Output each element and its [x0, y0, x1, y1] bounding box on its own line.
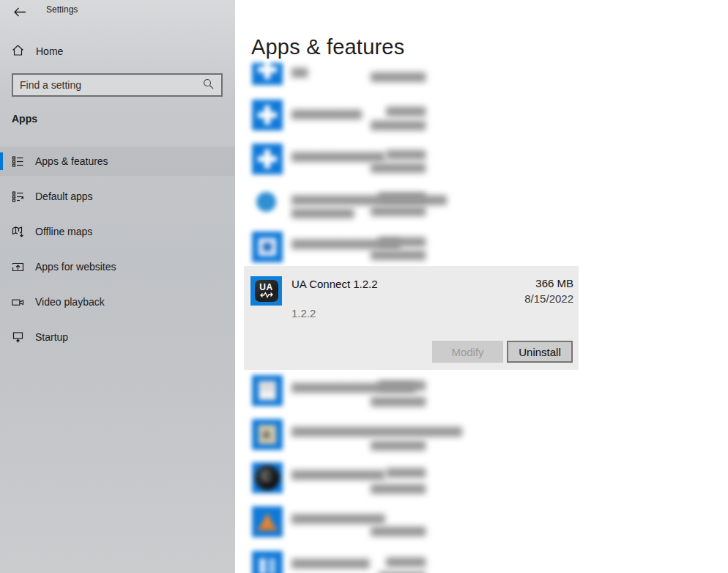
redacted-app-date: ▆▆▆▆▆▆▆ [371, 160, 425, 173]
startup-icon [12, 331, 24, 344]
video-playback-icon [12, 296, 24, 308]
redacted-app-icon [252, 506, 283, 537]
sidebar-item-label: Offline maps [35, 226, 92, 237]
redacted-app-date: ▆▆▆▆▆▆▆ [371, 247, 425, 260]
home-icon [12, 44, 24, 59]
redacted-app-size: ▆▆▆▆▆ [386, 147, 425, 160]
redacted-app-date: ▆▆▆▆▆▆▆ [371, 523, 425, 536]
redacted-app-icon [256, 192, 288, 223]
offline-maps-icon [12, 226, 24, 238]
sidebar-header: Settings [0, 0, 235, 23]
selected-app-size: 366 MB [535, 277, 573, 289]
redacted-app-name: ▆▆▆▆▆▆▆▆▆▆▆▆▆▆▆▆▆▆▆▆▆▆ [291, 424, 461, 437]
redacted-app-date: ▆▆▆▆▆▆▆ [371, 437, 425, 451]
sidebar: Settings Home Find a setting Apps Apps &… [0, 0, 235, 573]
redacted-app-name: ▆▆▆▆▆▆▆▆▆▆▆▆ [291, 511, 384, 524]
redacted-app-icon [252, 462, 283, 493]
redacted-app-name: ▆▆▆▆▆▆▆▆▆▆ [291, 555, 368, 569]
sidebar-item-label: Home [36, 45, 63, 57]
selected-app-date: 8/15/2022 [524, 292, 573, 305]
ua-logo-text: UA [259, 284, 272, 292]
default-apps-icon [12, 191, 24, 203]
selected-app-row[interactable]: UA UA Connect 1.2.2 1.2.2 366 MB 8/15/20… [244, 266, 579, 370]
redacted-app-icon [252, 63, 283, 85]
redacted-app-icon [252, 419, 283, 450]
app-title: Settings [46, 4, 78, 15]
sidebar-item-label: Video playback [35, 296, 105, 308]
ua-connect-app-icon: UA [250, 276, 282, 306]
redacted-app-size: ▆▆▆▆▆▆ [379, 189, 425, 202]
ua-bolt-icon [260, 292, 273, 298]
selected-app-name: UA Connect 1.2.2 [291, 278, 378, 290]
back-button[interactable] [10, 3, 29, 21]
redacted-app-date: ▆▆▆▆▆▆▆ [371, 393, 425, 407]
sidebar-section-label: Apps [12, 113, 37, 125]
sidebar-item-label: Startup [35, 331, 68, 343]
redacted-app-subname: ▆▆▆▆▆▆▆▆ [291, 205, 353, 218]
redacted-app-icon [252, 232, 283, 262]
redacted-app-date: ▆▆▆▆▆▆ [379, 569, 425, 573]
redacted-app-size: ▆▆▆▆▆▆ [379, 234, 425, 247]
apps-features-icon [12, 155, 24, 168]
redacted-app-size: ▆▆▆▆▆ [386, 554, 425, 567]
sidebar-item-default-apps[interactable]: Default apps [0, 182, 235, 211]
redacted-app-date: ▆▆▆▆▆▆▆ [371, 203, 425, 216]
sidebar-item-label: Apps & features [35, 155, 108, 167]
redacted-app-size: ▆▆▆▆▆ [386, 465, 425, 478]
settings-window: Settings Home Find a setting Apps Apps &… [0, 0, 728, 573]
uninstall-button[interactable]: Uninstall [507, 341, 573, 363]
sidebar-item-offline-maps[interactable]: Offline maps [0, 217, 235, 246]
apps-for-websites-icon [12, 261, 24, 273]
redacted-app-icon [252, 100, 283, 130]
redacted-app-icon [252, 144, 283, 174]
redacted-app-date: ▆▆▆▆▆▆▆ [371, 481, 425, 494]
sidebar-item-home[interactable]: Home [0, 40, 235, 62]
modify-button: Modify [432, 341, 503, 363]
redacted-app-date: ▆▆▆▆▆▆▆ [371, 69, 425, 82]
redacted-app-date: ▆▆▆▆▆▆▆ [371, 117, 425, 130]
redacted-app-icon [252, 551, 283, 573]
main-content: Apps & features ▆▆▆▆▆▆▆▆▆▆▆▆▆▆▆▆▆▆▆▆▆▆▆▆… [235, 0, 728, 573]
redacted-app-size: ▆▆▆▆▆▆ [379, 377, 425, 391]
redacted-app-name: ▆▆▆▆▆▆▆▆▆▆▆▆ [291, 467, 384, 480]
search-input[interactable]: Find a setting [12, 73, 223, 97]
sidebar-item-label: Default apps [35, 191, 93, 202]
search-icon[interactable] [203, 78, 214, 92]
sidebar-item-apps-for-websites[interactable]: Apps for websites [0, 252, 235, 281]
redacted-app-icon [252, 375, 283, 406]
sidebar-item-label: Apps for websites [35, 261, 116, 273]
search-placeholder: Find a setting [20, 79, 203, 91]
sidebar-item-apps-features[interactable]: Apps & features [0, 147, 235, 176]
redacted-app-size: ▆▆▆▆▆ [386, 103, 425, 117]
selected-app-version: 1.2.2 [291, 307, 316, 319]
sidebar-item-video-playback[interactable]: Video playback [0, 287, 235, 317]
redacted-app-name: ▆▆▆▆▆▆▆▆▆ [291, 106, 361, 119]
selection-accent-bar [0, 152, 3, 170]
back-arrow-icon [14, 7, 26, 17]
sidebar-item-startup[interactable]: Startup [0, 322, 235, 352]
redacted-app-name: ▆▆ [291, 64, 307, 78]
page-title: Apps & features [251, 35, 404, 59]
